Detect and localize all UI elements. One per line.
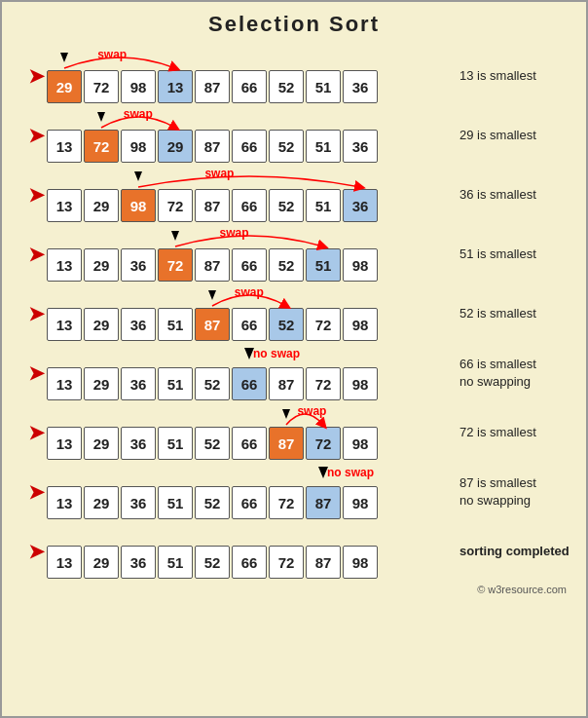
cell-r0-c8: 36 (343, 70, 378, 103)
swap-label-row-2: swap (47, 168, 378, 189)
desc-col-0: 13 is smallest (450, 67, 576, 85)
cell-r2-c2: 98 (121, 189, 156, 222)
swap-label-row-4: swap (47, 286, 378, 308)
array-area-1: swap137298298766525136 (47, 108, 450, 163)
cell-r7-c7: 87 (306, 486, 341, 519)
cell-r3-c5: 66 (232, 248, 267, 282)
cell-r1-c5: 66 (232, 130, 267, 163)
row-group-3: ➤swap13293672876652519851 is smallest (12, 227, 576, 282)
desc-col-6: 72 is smallest (450, 424, 576, 441)
array-area-8: 132936515266728798 (47, 524, 450, 579)
desc-col-8: sorting completed (450, 543, 576, 560)
cell-r7-c3: 51 (158, 486, 193, 519)
cells-row-5: 132936515266877298 (47, 367, 378, 400)
copyright: © w3resource.com (12, 584, 576, 595)
svg-text:no swap: no swap (253, 347, 300, 360)
row-group-5: ➤no swap13293651526687729866 is smallest… (12, 346, 576, 400)
array-area-3: swap132936728766525198 (47, 227, 450, 282)
rows-area: ➤swap29729813876652513613 is smallest➤sw… (12, 49, 576, 579)
page-title: Selection Sort (12, 12, 576, 37)
cell-r8-c1: 29 (84, 546, 119, 579)
swap-label-row-0: swap (47, 49, 378, 70)
cells-row-4: 132936518766527298 (47, 308, 378, 341)
cell-r3-c4: 87 (195, 248, 230, 282)
cell-r0-c1: 72 (84, 70, 119, 103)
arrow-col-5: ➤ (12, 361, 47, 385)
svg-text:swap: swap (297, 404, 326, 418)
swap-label-row-3: swap (47, 227, 378, 248)
arrow-col-0: ➤ (12, 64, 47, 88)
cell-r6-c5: 66 (232, 427, 267, 460)
svg-text:no swap: no swap (327, 466, 374, 479)
cell-r5-c8: 98 (343, 367, 378, 400)
cell-r4-c2: 36 (121, 308, 156, 341)
cell-r8-c4: 52 (195, 546, 230, 579)
cell-r3-c6: 52 (269, 248, 304, 282)
arrow-col-3: ➤ (12, 243, 47, 266)
array-area-2: swap132998728766525136 (47, 168, 450, 222)
row-group-6: ➤swap13293651526687729872 is smallest (12, 405, 576, 460)
svg-text:swap: swap (235, 285, 264, 299)
cell-r5-c6: 87 (269, 367, 304, 400)
cell-r7-c5: 66 (232, 486, 267, 519)
cell-r2-c8: 36 (343, 189, 378, 222)
cell-r1-c7: 51 (306, 130, 341, 163)
cell-r4-c1: 29 (84, 308, 119, 341)
cell-r7-c2: 36 (121, 486, 156, 519)
row-group-4: ➤swap13293651876652729852 is smallest (12, 286, 576, 341)
cells-row-7: 132936515266728798 (47, 486, 378, 519)
cell-r4-c6: 52 (269, 308, 304, 341)
swap-label-row-8 (47, 524, 378, 546)
cell-r7-c0: 13 (47, 486, 82, 519)
cells-row-2: 132998728766525136 (47, 189, 378, 222)
array-area-5: no swap132936515266877298 (47, 346, 450, 400)
cell-r3-c2: 36 (121, 248, 156, 282)
svg-text:swap: swap (220, 226, 249, 240)
row-group-0: ➤swap29729813876652513613 is smallest (12, 49, 576, 103)
cell-r8-c2: 36 (121, 546, 156, 579)
cell-r6-c2: 36 (121, 427, 156, 460)
cells-row-6: 132936515266877298 (47, 427, 378, 460)
cell-r5-c4: 52 (195, 367, 230, 400)
arrow-col-8: ➤ (12, 540, 47, 563)
row-group-2: ➤swap13299872876652513636 is smallest (12, 168, 576, 222)
cell-r7-c4: 52 (195, 486, 230, 519)
row-group-1: ➤swap13729829876652513629 is smallest (12, 108, 576, 163)
cell-r4-c0: 13 (47, 308, 82, 341)
cell-r6-c3: 51 (158, 427, 193, 460)
cell-r1-c8: 36 (343, 130, 378, 163)
svg-marker-2 (97, 112, 105, 122)
svg-text:swap: swap (124, 107, 153, 121)
cell-r1-c3: 29 (158, 130, 193, 163)
cell-r5-c0: 13 (47, 367, 82, 400)
cell-r2-c3: 72 (158, 189, 193, 222)
cell-r4-c7: 72 (306, 308, 341, 341)
cell-r0-c3: 13 (158, 70, 193, 103)
swap-label-row-6: swap (47, 405, 378, 427)
cell-r6-c4: 52 (195, 427, 230, 460)
cell-r6-c1: 29 (84, 427, 119, 460)
arrow-col-7: ➤ (12, 480, 47, 504)
array-area-6: swap132936515266877298 (47, 405, 450, 460)
cell-r8-c3: 51 (158, 546, 193, 579)
arrow-col-2: ➤ (12, 183, 47, 207)
cell-r3-c3: 72 (158, 248, 193, 282)
cell-r6-c6: 87 (269, 427, 304, 460)
swap-label-row-5: no swap (47, 346, 378, 367)
svg-marker-12 (282, 409, 290, 419)
svg-text:swap: swap (97, 48, 127, 61)
cell-r1-c6: 52 (269, 130, 304, 163)
cell-r3-c8: 98 (343, 248, 378, 282)
arrow-col-4: ➤ (12, 302, 47, 325)
arrow-col-6: ➤ (12, 421, 47, 444)
cell-r8-c7: 87 (306, 546, 341, 579)
cell-r0-c2: 98 (121, 70, 156, 103)
cell-r1-c0: 13 (47, 130, 82, 163)
desc-col-2: 36 is smallest (450, 186, 576, 204)
cell-r2-c5: 66 (232, 189, 267, 222)
cell-r4-c8: 98 (343, 308, 378, 341)
cell-r0-c5: 66 (232, 70, 267, 103)
cell-r3-c0: 13 (47, 248, 82, 282)
cell-r6-c0: 13 (47, 427, 82, 460)
cell-r5-c2: 36 (121, 367, 156, 400)
